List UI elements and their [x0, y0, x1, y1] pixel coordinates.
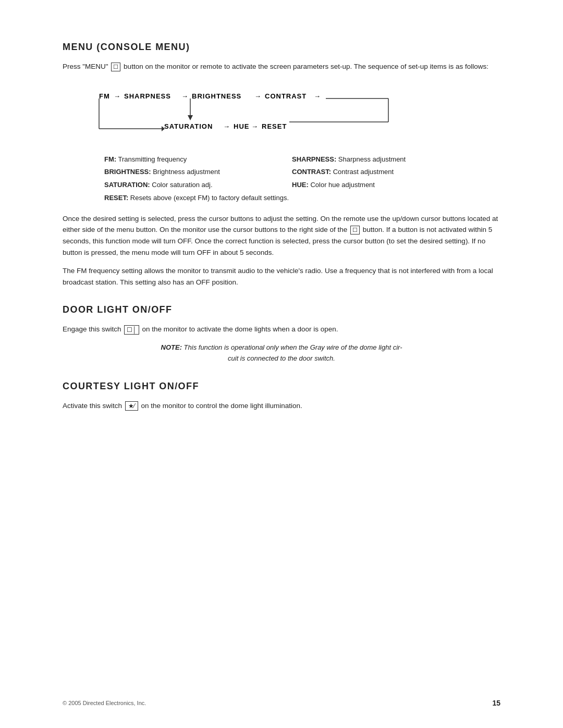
menu-para-before-icon: Press "MENU" [63, 63, 110, 70]
definitions-grid: FM: Transmitting frequency SHARPNESS: Sh… [104, 154, 469, 204]
flow-hue: HUE [234, 122, 249, 130]
def-hue: HUE: Color hue adjustment [292, 180, 469, 191]
note-label: NOTE: [161, 343, 182, 351]
footer-page-number: 15 [492, 699, 500, 707]
def-reset: RESET: Resets above (except FM) to facto… [104, 193, 469, 204]
section-menu-console: Menu (Console Menu) Press "MENU" ☐ butto… [63, 42, 500, 288]
section-heading-courtesy: Courtesy Light On/Off [63, 381, 500, 392]
page-footer: © 2005 Directed Electronics, Inc. 15 [63, 699, 500, 707]
page-content: Menu (Console Menu) Press "MENU" ☐ butto… [0, 0, 563, 470]
def-sharpness: SHARPNESS: Sharpness adjustment [292, 154, 469, 165]
door-para-after: on the monitor to activate the dome ligh… [142, 325, 338, 333]
menu-para-after-icon: button on the monitor or remote to activ… [124, 63, 488, 70]
menu-paragraph-2: Once the desired setting is selected, pr… [63, 213, 500, 258]
def-saturation: SATURATION: Color saturation adj. [104, 180, 282, 191]
def-brightness: BRIGHTNESS: Brightness adjustment [104, 167, 282, 178]
courtesy-para-after: on the monitor to control the dome light… [141, 402, 302, 410]
courtesy-paragraph-1: Activate this switch ★∕ on the monitor t… [63, 400, 500, 412]
section-heading-menu: Menu (Console Menu) [63, 42, 500, 53]
door-para-before: Engage this switch [63, 325, 123, 333]
flow-fm: FM [99, 92, 110, 100]
flow-arrow-3: → [254, 92, 261, 100]
footer-copyright: © 2005 Directed Electronics, Inc. [63, 700, 146, 706]
menu-button-icon: ☐ [111, 63, 120, 71]
flow-sharpness: SHARPNESS [124, 92, 171, 100]
def-contrast: CONTRAST: Contrast adjustment [292, 167, 469, 178]
section-door-light: Door Light On/Off Engage this switch ☐│ … [63, 304, 500, 364]
flow-arrow-2: → [181, 92, 188, 100]
flow-saturation: SATURATION [164, 122, 213, 130]
flow-diagram: FM → SHARPNESS → BRIGHTNESS → CONTRAST → [94, 83, 459, 142]
flow-arrow-down [188, 115, 193, 120]
flow-contrast: CONTRAST [265, 92, 307, 100]
menu-paragraph-1: Press "MENU" ☐ button on the monitor or … [63, 61, 500, 72]
note-text: This function is operational only when t… [184, 343, 402, 362]
flow-reset: RESET [262, 122, 287, 130]
flow-arrow-6: → [251, 122, 258, 130]
door-paragraph-1: Engage this switch ☐│ on the monitor to … [63, 324, 500, 335]
door-switch-icon: ☐│ [124, 325, 139, 335]
menu-paragraph-3: The FM frequency setting allows the moni… [63, 265, 500, 288]
flow-brightness: BRIGHTNESS [192, 92, 241, 100]
flow-arrow-1: → [114, 92, 120, 100]
flow-arrow-5: → [223, 122, 230, 130]
section-courtesy-light: Courtesy Light On/Off Activate this swit… [63, 381, 500, 412]
door-note: NOTE: This function is operational only … [104, 342, 459, 364]
section-heading-door: Door Light On/Off [63, 304, 500, 315]
flow-diagram-svg: FM → SHARPNESS → BRIGHTNESS → CONTRAST → [94, 83, 407, 140]
flow-arrow-4: → [314, 92, 321, 100]
def-fm: FM: Transmitting frequency [104, 154, 282, 165]
cursor-icon: ☐ [350, 226, 360, 235]
courtesy-switch-icon: ★∕ [125, 401, 138, 411]
courtesy-para-before: Activate this switch [63, 402, 124, 410]
